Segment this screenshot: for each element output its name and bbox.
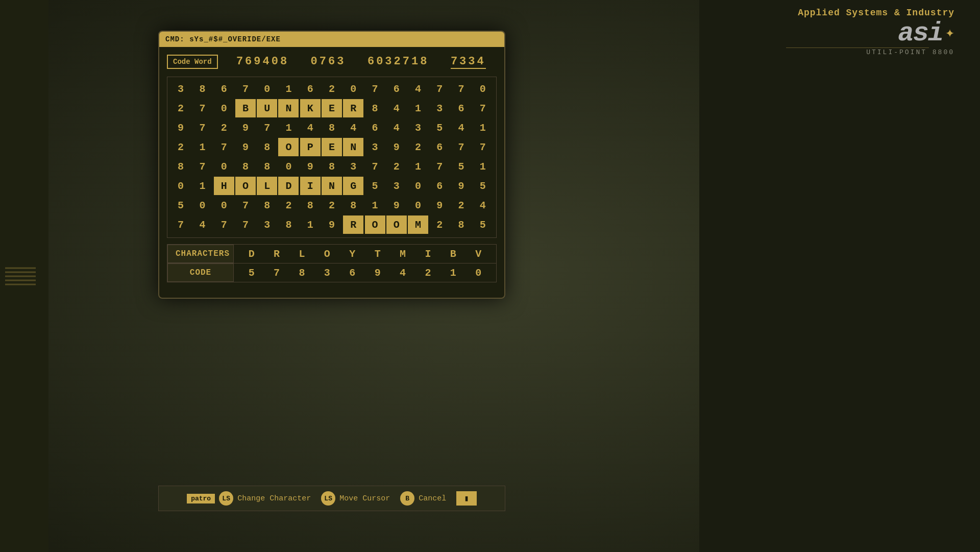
- cell-0-0: 3: [170, 80, 191, 98]
- cell-4-7: 8: [322, 157, 342, 176]
- cell-5-5: D: [278, 177, 299, 195]
- cell-5-11: 0: [408, 177, 428, 195]
- cell-5-14: 5: [473, 177, 493, 195]
- code-9: 9: [369, 267, 386, 279]
- codeword-row: Code Word 769408 0763 6032718 7334: [167, 55, 497, 69]
- cell-0-12: 7: [429, 80, 450, 98]
- char-O: O: [318, 248, 336, 260]
- cell-5-10: 3: [386, 177, 407, 195]
- code-values: 5 7 8 3 6 9 4 2 1 0: [234, 264, 496, 282]
- code-2: 2: [419, 267, 437, 279]
- footer-active-box: ▮: [456, 491, 477, 506]
- cell-0-3: 7: [235, 80, 256, 98]
- code-1: 1: [444, 267, 462, 279]
- cell-1-4: U: [257, 99, 277, 117]
- cell-6-2: 0: [214, 196, 234, 214]
- cell-2-2: 2: [214, 118, 234, 137]
- char-Y: Y: [344, 248, 361, 260]
- cell-4-11: 1: [408, 157, 428, 176]
- right-panel: [699, 0, 980, 552]
- cell-1-13: 6: [451, 99, 472, 117]
- cell-6-11: 0: [408, 196, 428, 214]
- logo-graphic: asi ✦: [798, 20, 954, 47]
- cell-4-10: 2: [386, 157, 407, 176]
- b-button[interactable]: B: [400, 491, 414, 506]
- codeword-group-3: 6032718: [368, 55, 429, 69]
- cell-6-3: 7: [235, 196, 256, 214]
- cell-0-1: 8: [192, 80, 212, 98]
- product-name: UTILI-POINT 8800: [798, 49, 954, 56]
- characters-row: CHARACTERS D R L O Y T M I B V: [167, 245, 496, 263]
- code-6: 6: [344, 267, 361, 279]
- cell-1-9: 8: [365, 99, 385, 117]
- cell-1-0: 2: [170, 99, 191, 117]
- cell-1-3: B: [235, 99, 256, 117]
- cell-2-6: 4: [300, 118, 321, 137]
- cell-0-4: 0: [257, 80, 277, 98]
- asi-text: asi: [898, 20, 943, 47]
- cell-6-10: 9: [386, 196, 407, 214]
- codeword-group-4: 7334: [451, 55, 486, 69]
- cell-7-3: 7: [235, 215, 256, 234]
- cell-3-10: 9: [386, 138, 407, 156]
- cell-0-8: 0: [343, 80, 363, 98]
- ls-button-2[interactable]: LS: [321, 491, 335, 506]
- cell-5-2: H: [214, 177, 234, 195]
- cell-7-8: R: [343, 215, 363, 234]
- cell-6-6: 8: [300, 196, 321, 214]
- spacer: [167, 282, 497, 290]
- cell-5-9: 5: [365, 177, 385, 195]
- terminal-titlebar: CMD: sYs_#$#_OVERIDE/EXE: [159, 32, 504, 47]
- code-row: CODE 5 7 8 3 6 9 4 2 1 0: [167, 263, 496, 282]
- cell-3-3: 9: [235, 138, 256, 156]
- patro-badge: patro: [187, 494, 215, 503]
- cell-1-5: N: [278, 99, 299, 117]
- move-cursor-label: Move Cursor: [339, 494, 390, 503]
- code-5: 5: [242, 267, 260, 279]
- cell-3-0: 2: [170, 138, 191, 156]
- cell-3-4: 8: [257, 138, 277, 156]
- cell-1-14: 7: [473, 99, 493, 117]
- grid-row-4: 8 7 0 8 8 0 9 8 3 7 2 1 7 5 1: [170, 157, 494, 176]
- cell-4-8: 3: [343, 157, 363, 176]
- cell-5-3: O: [235, 177, 256, 195]
- cell-3-11: 2: [408, 138, 428, 156]
- cell-3-13: 7: [451, 138, 472, 156]
- cell-6-1: 0: [192, 196, 212, 214]
- cell-3-9: 3: [365, 138, 385, 156]
- b-icon: B: [405, 495, 409, 502]
- change-character-label: Change Character: [237, 494, 311, 503]
- cell-7-13: 8: [451, 215, 472, 234]
- cell-4-1: 7: [192, 157, 212, 176]
- cell-1-2: 0: [214, 99, 234, 117]
- grid-row-7: 7 4 7 7 3 8 1 9 R O O M 2 8 5: [170, 215, 494, 234]
- company-name: Applied Systems & Industry: [798, 8, 954, 18]
- cell-0-14: 0: [473, 80, 493, 98]
- cell-4-3: 8: [235, 157, 256, 176]
- cell-6-8: 8: [343, 196, 363, 214]
- grid-row-1: 2 7 0 B U N K E R 8 4 1 3 6 7: [170, 99, 494, 117]
- cell-0-13: 7: [451, 80, 472, 98]
- cell-4-6: 9: [300, 157, 321, 176]
- char-T: T: [369, 248, 386, 260]
- cell-2-4: 7: [257, 118, 277, 137]
- codeword-label: Code Word: [167, 55, 218, 69]
- cell-2-7: 8: [322, 118, 342, 137]
- ls-button-1[interactable]: LS: [219, 491, 233, 506]
- lookup-table: CHARACTERS D R L O Y T M I B V CODE 5: [167, 244, 497, 282]
- cell-7-12: 2: [429, 215, 450, 234]
- cell-2-10: 4: [386, 118, 407, 137]
- cell-2-14: 1: [473, 118, 493, 137]
- char-L: L: [293, 248, 311, 260]
- code-4: 4: [394, 267, 412, 279]
- cell-3-8: N: [343, 138, 363, 156]
- asi-star-icon: ✦: [945, 23, 954, 42]
- cancel-label: Cancel: [419, 494, 446, 503]
- cell-3-7: E: [322, 138, 342, 156]
- cell-2-8: 4: [343, 118, 363, 137]
- code-8: 8: [293, 267, 311, 279]
- cell-4-4: 8: [257, 157, 277, 176]
- cell-7-6: 1: [300, 215, 321, 234]
- codeword-numbers: 769408 0763 6032718 7334: [226, 55, 497, 69]
- cell-3-14: 7: [473, 138, 493, 156]
